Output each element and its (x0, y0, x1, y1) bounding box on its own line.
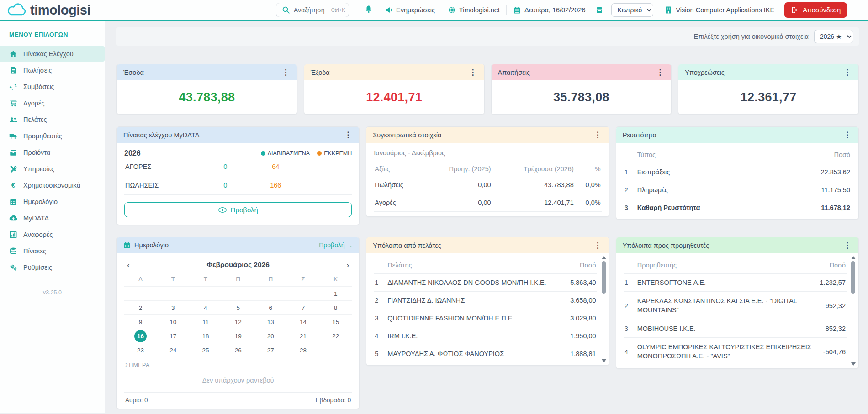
logout-button[interactable]: Αποσύνδεση (784, 2, 847, 18)
calendar-day[interactable]: 26 (222, 343, 254, 357)
scrollbar-thumb[interactable] (851, 261, 855, 294)
search-input[interactable]: Αναζήτηση Ctrl+K (276, 3, 349, 17)
mydata-view-button[interactable]: Προβολή (124, 202, 352, 217)
today-label: ΣΗΜΕΡΑ (124, 357, 352, 370)
calendar-day[interactable]: 22 (319, 329, 352, 343)
sidebar-item-services[interactable]: Υπηρεσίες (0, 161, 105, 177)
customer-row[interactable]: 1 ΔΙΑΜΑΝΤΗΣ ΝΙΚΟΛΑΟΣ DN GOODS ΜΟΝ/ΠΗ Ι.Κ… (374, 274, 597, 292)
col-current: Τρέχουσα (2026) (492, 162, 575, 176)
kebab-menu-icon[interactable]: ⋮ (468, 68, 478, 76)
stat-card-value: 35.783,08 (492, 80, 672, 114)
sidebar-item-contracts[interactable]: Συμβάσεις (0, 79, 105, 94)
site-link[interactable]: Timologisi.net (448, 6, 500, 14)
sidebar-item-customers[interactable]: Πελάτες (0, 112, 105, 127)
col-prev: Προηγ. (2025) (422, 162, 492, 176)
calendar-next-button[interactable]: › (344, 260, 351, 269)
sidebar-item-products[interactable]: Προϊόντα (0, 145, 105, 160)
kebab-menu-icon[interactable]: ⋮ (593, 241, 603, 249)
kebab-menu-icon[interactable]: ⋮ (842, 68, 852, 76)
megaphone-icon (385, 6, 393, 14)
sidebar-item-financials[interactable]: € Χρηματοοικονομικά (0, 178, 105, 193)
kebab-menu-icon[interactable]: ⋮ (593, 131, 603, 139)
calendar-prev-button[interactable]: ‹ (125, 260, 132, 269)
calendar-day[interactable]: 8 (319, 301, 352, 314)
calendar-view-link[interactable]: Προβολή → (319, 241, 353, 249)
customer-row[interactable]: 4 IRM Ι.Κ.Ε. 1.950,00 (374, 327, 597, 345)
sidebar-item-mydata[interactable]: MyDATA (0, 210, 105, 226)
calendar-day[interactable]: 9 (124, 315, 157, 329)
kebab-menu-icon[interactable]: ⋮ (281, 68, 291, 76)
liquidity-row-total: 3 Καθαρή Ρευστότητα 11.678,12 (624, 199, 851, 217)
supplier-row[interactable]: 1 ENTERSOFTONE Α.Ε. 1.232,57 (624, 274, 847, 292)
liquidity-row: 1 Εισπράξεις 22.853,62 (624, 163, 851, 181)
scroll-up-arrow-icon[interactable] (602, 256, 606, 259)
logout-label: Αποσύνδεση (803, 6, 841, 14)
branch-select[interactable]: Κεντρικό (611, 3, 653, 17)
sidebar-item-dashboard[interactable]: Πίνακας Ελέγχου (0, 46, 105, 62)
supplier-name: ΚΑΡΕΚΛΑΣ ΚΩΝΣΤΑΝΤΙΝΟΣ ΚΑΙ ΣΙΑ Ε.Ε. - "DI… (636, 292, 819, 320)
calendar-day[interactable]: 10 (157, 315, 189, 329)
kebab-menu-icon[interactable]: ⋮ (842, 241, 852, 249)
calendar-day[interactable]: 21 (287, 329, 319, 343)
scroll-up-arrow-icon[interactable] (851, 256, 856, 259)
mydata-legend: ΔΙΑΒΙΒΑΣΜΕΝΑ ΕΚΚΡΕΜΗ (261, 150, 352, 157)
sidebar-item-label: Συμβάσεις (23, 83, 54, 90)
supplier-row[interactable]: 3 MOBIHOUSE Ι.Κ.Ε. 852,32 (624, 320, 847, 338)
calendar-day[interactable]: 6 (254, 301, 287, 314)
calendar-day[interactable]: 28 (287, 343, 319, 357)
stat-card-income: Έσοδα ⋮ 43.783,88 (116, 64, 297, 115)
sidebar-item-reports[interactable]: Αναφορές (0, 227, 105, 242)
supplier-row[interactable]: 2 ΚΑΡΕΚΛΑΣ ΚΩΝΣΤΑΝΤΙΝΟΣ ΚΑΙ ΣΙΑ Ε.Ε. - "… (624, 292, 847, 320)
pending-count: 166 (250, 182, 301, 189)
calendar-day[interactable]: 11 (189, 315, 222, 329)
calendar-day[interactable]: 23 (124, 343, 157, 357)
calendar-day[interactable]: 13 (254, 315, 287, 329)
calendar-day[interactable]: 19 (222, 329, 254, 343)
kebab-menu-icon[interactable]: ⋮ (842, 131, 852, 139)
site-link-label: Timologisi.net (459, 6, 500, 14)
calendar-day[interactable]: 15 (319, 315, 352, 329)
scroll-down-arrow-icon[interactable] (602, 359, 606, 362)
sidebar-item-settings[interactable]: Ρυθμίσεις (0, 260, 105, 275)
kebab-menu-icon[interactable]: ⋮ (343, 131, 353, 139)
calendar-day[interactable]: 7 (287, 301, 319, 314)
calendar-icon (9, 198, 17, 206)
calendar-day[interactable]: 12 (222, 315, 254, 329)
suppliers-table: Προμηθευτής Ποσό 1 ENTERSOFTONE Α.Ε. 1.2… (624, 257, 847, 366)
supplier-balances-card: Υπόλοιπα προς προμηθευτές ⋮ Προμηθευτής … (616, 237, 859, 369)
customer-row[interactable]: 5 ΜΑΥΡΟΥΔΗΣ Α. ΦΩΤΙΟΣ ΦΑΝΟΥΡΙΟΣ 1.888,81 (374, 345, 597, 363)
scrollbar[interactable] (851, 256, 856, 366)
sidebar-item-tables[interactable]: Πίνακες (0, 243, 105, 259)
sidebar-item-calendar[interactable]: Ημερολόγιο (0, 194, 105, 210)
calendar-day[interactable]: 4 (189, 301, 222, 314)
fiscal-year-select[interactable]: 2026 ★ (814, 30, 853, 43)
scroll-down-arrow-icon[interactable] (851, 362, 856, 366)
sidebar-item-suppliers[interactable]: Προμηθευτές (0, 128, 105, 144)
kebab-menu-icon[interactable]: ⋮ (655, 68, 665, 76)
scrollbar[interactable] (601, 256, 607, 362)
calendar-day[interactable]: 14 (287, 315, 319, 329)
calendar-day[interactable]: 2 (124, 301, 157, 314)
calendar-day[interactable]: 17 (157, 329, 189, 343)
supplier-row[interactable]: 4 OLYMPIC ΕΜΠΟΡΙΚΕΣ ΚΑΙ ΤΟΥΡΙΣΤΙΚΕΣ ΕΠΙΧ… (624, 338, 847, 366)
calendar-day[interactable]: 3 (157, 301, 189, 314)
announcements-button[interactable]: Ενημερώσεις (385, 6, 435, 14)
calendar-day[interactable]: 18 (189, 329, 222, 343)
sidebar-item-sales[interactable]: Πωλήσεις (0, 63, 105, 78)
customer-name: ΓΙΑΝΤΣΙΔΗΣ Δ. ΙΩΑΝΝΗΣ (386, 292, 566, 309)
calendar-day[interactable]: 1 (319, 287, 352, 300)
calendar-day[interactable]: 25 (189, 343, 222, 357)
app-logo[interactable]: timologisi (6, 3, 143, 18)
calendar-day[interactable]: 27 (254, 343, 287, 357)
calendar-day-selected[interactable]: 16 (124, 329, 157, 343)
customer-row[interactable]: 2 ΓΙΑΝΤΣΙΔΗΣ Δ. ΙΩΑΝΝΗΣ 3.658,00 (374, 292, 597, 309)
calendar-day[interactable]: 24 (157, 343, 189, 357)
customer-row[interactable]: 3 QUOTIDIENNE FASHION ΜΟΝ/ΠΗ Ε.Π.Ε. 3.02… (374, 309, 597, 327)
euro-icon: € (9, 181, 17, 189)
sidebar-item-purchases[interactable]: Αγορές (0, 95, 105, 111)
amount-value: 3.029,80 (566, 309, 597, 327)
scrollbar-thumb[interactable] (602, 261, 606, 294)
calendar-day[interactable]: 20 (254, 329, 287, 343)
calendar-day[interactable]: 5 (222, 301, 254, 314)
notifications-button[interactable] (365, 5, 373, 15)
